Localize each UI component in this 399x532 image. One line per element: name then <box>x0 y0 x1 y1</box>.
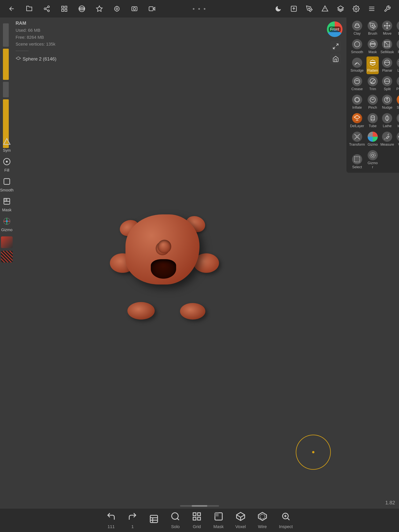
bottom-toolbar: 111 1 Solo <box>0 509 399 532</box>
gizmo-left-button[interactable]: Gizmo <box>0 216 14 234</box>
warning-button[interactable] <box>319 3 331 15</box>
tool-measure[interactable]: Measure <box>380 130 395 148</box>
smudge-icon <box>352 58 362 68</box>
tool-smooth[interactable]: Smooth <box>348 38 366 56</box>
brush-preview[interactable] <box>1 236 13 248</box>
grid-button[interactable]: Grid <box>192 512 202 529</box>
tool-inflate[interactable]: Inflate <box>348 94 366 111</box>
svg-point-57 <box>385 60 390 65</box>
tool-move[interactable]: Move <box>380 19 395 37</box>
kirby-eye-right <box>158 240 171 253</box>
undo-button[interactable]: 111 <box>106 512 116 529</box>
menu-button[interactable] <box>366 3 378 15</box>
svg-rect-19 <box>149 7 153 11</box>
tool-tube[interactable]: Tube <box>367 112 379 130</box>
share-button[interactable] <box>41 3 53 15</box>
environment-button[interactable] <box>76 3 88 15</box>
tool-stamp[interactable]: Stamp <box>395 94 399 111</box>
solo-button[interactable]: Solo <box>170 512 180 529</box>
front-view-button[interactable]: Front <box>327 21 342 37</box>
character-scene <box>106 205 223 322</box>
svg-marker-74 <box>354 115 360 119</box>
post-process-button[interactable] <box>111 3 123 15</box>
export-button[interactable] <box>288 3 300 15</box>
svg-rect-7 <box>65 9 67 12</box>
brush-settings-button[interactable] <box>303 3 315 15</box>
video-button[interactable] <box>146 3 158 15</box>
top-toolbar: • • • <box>0 0 399 18</box>
dark-mode-button[interactable] <box>272 3 284 15</box>
tool-planar[interactable]: Planar <box>380 57 395 74</box>
mask-left-icon <box>3 197 11 207</box>
tool-gizmor[interactable]: Gizmo r <box>367 149 379 171</box>
sym-button[interactable]: Sym <box>0 136 14 154</box>
tool-view[interactable]: View <box>395 130 399 148</box>
tool-trim[interactable]: Trim <box>367 75 379 93</box>
tool-nudge[interactable]: Nudge <box>380 94 395 111</box>
tools-right-button[interactable] <box>381 3 393 15</box>
back-button[interactable] <box>6 3 18 15</box>
intensity-slider[interactable] <box>3 82 9 97</box>
tool-smudge[interactable]: Smudge <box>348 57 366 74</box>
tool-drag[interactable]: Drag <box>395 19 399 37</box>
dellayer-label: DelLayer <box>350 124 364 128</box>
tool-pinch[interactable]: Pinch <box>367 94 379 111</box>
undo-icon <box>106 512 116 523</box>
wire-button[interactable]: Wire <box>257 512 267 529</box>
objects-button[interactable] <box>58 3 70 15</box>
effects-button[interactable] <box>94 3 105 15</box>
tool-split[interactable]: Split <box>380 75 395 93</box>
scene-button[interactable] <box>149 514 159 527</box>
tool-gizmo[interactable]: Gizmo <box>367 130 379 148</box>
fill-button[interactable]: Fill <box>0 156 14 174</box>
opacity-slider[interactable] <box>3 23 9 47</box>
layers-button[interactable] <box>335 3 346 15</box>
tool-lathe[interactable]: Lathe <box>380 112 395 130</box>
settings-button[interactable] <box>350 3 362 15</box>
scroll-bar[interactable] <box>180 505 219 507</box>
main-canvas[interactable] <box>16 18 346 509</box>
drag-icon <box>397 21 399 31</box>
scene-icon <box>149 514 159 526</box>
tool-project[interactable]: Project <box>395 75 399 93</box>
tool-mask[interactable]: Mask <box>367 38 379 56</box>
inspect-button[interactable]: Inspect <box>279 512 293 529</box>
info-panel: RAM Used: 66 MB Free: 8264 MB Scene vert… <box>16 19 56 63</box>
gizmo-left-icon <box>3 217 11 227</box>
redo-button[interactable]: 1 <box>128 512 137 529</box>
svg-rect-104 <box>198 517 200 520</box>
fullscreen-button[interactable] <box>330 41 341 52</box>
photo-button[interactable] <box>129 3 140 15</box>
tool-flatten[interactable]: Flatten <box>367 57 379 74</box>
tool-paint[interactable]: ● Paint <box>395 38 399 56</box>
tool-clay[interactable]: Clay <box>348 19 366 37</box>
brush-slash[interactable] <box>1 251 13 262</box>
tool-insert[interactable]: Insert <box>395 112 399 130</box>
gizmo-left-label: Gizmo <box>1 228 13 232</box>
smooth-left-button[interactable]: Smooth <box>0 176 14 194</box>
tool-dellayer[interactable]: DelLayer <box>348 112 366 130</box>
svg-marker-12 <box>97 6 102 12</box>
svg-point-79 <box>371 119 374 121</box>
nudge-label: Nudge <box>382 106 392 110</box>
svg-point-13 <box>115 6 119 11</box>
tool-select[interactable]: Select <box>348 149 366 171</box>
files-button[interactable] <box>23 3 35 15</box>
svg-rect-5 <box>62 6 64 8</box>
voxel-button[interactable]: Voxel <box>235 512 246 529</box>
tool-layer[interactable]: Layer <box>395 57 399 74</box>
smudge-label: Smudge <box>350 69 364 73</box>
tool-crease[interactable]: Crease <box>348 75 366 93</box>
view-icon <box>397 132 399 142</box>
kirby-mouth <box>151 259 176 279</box>
mask-bottom-button[interactable]: Mask <box>213 512 224 529</box>
tool-transform[interactable]: Transform <box>348 130 366 148</box>
svg-line-4 <box>46 7 48 8</box>
mask-left-button[interactable]: Mask <box>0 196 14 214</box>
tool-brush[interactable]: Brush <box>367 19 379 37</box>
tool-selmask[interactable]: SelMask <box>380 38 395 56</box>
size-slider[interactable] <box>3 49 9 80</box>
home-button[interactable] <box>330 54 341 64</box>
svg-rect-8 <box>62 9 64 12</box>
svg-line-61 <box>371 79 374 83</box>
